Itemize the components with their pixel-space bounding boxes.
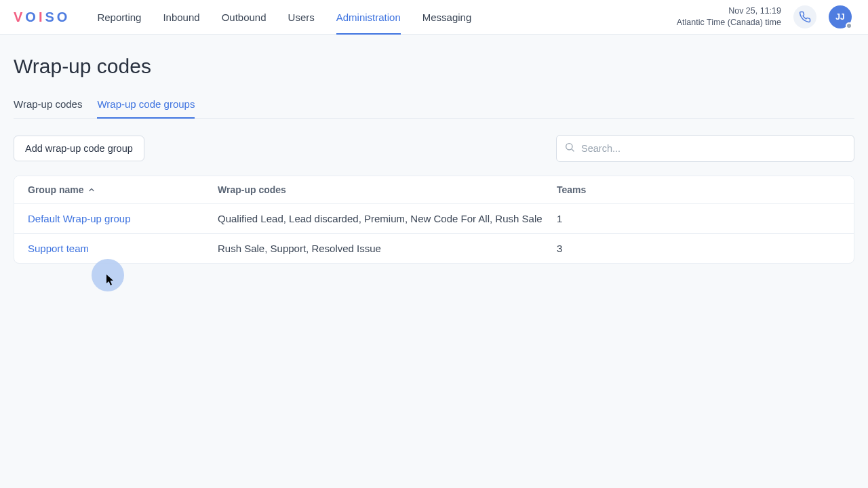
page-title: Wrap-up codes bbox=[14, 55, 854, 78]
phone-icon bbox=[799, 11, 811, 23]
cursor-highlight-icon bbox=[92, 259, 124, 291]
nav-reporting[interactable]: Reporting bbox=[97, 0, 141, 34]
col-header-group-name-label: Group name bbox=[28, 184, 83, 195]
add-wrapup-code-group-button[interactable]: Add wrap-up code group bbox=[14, 136, 144, 161]
nav-inbound[interactable]: Inbound bbox=[163, 0, 199, 34]
header-datetime: Nov 25, 11:19 Atlantic Time (Canada) tim… bbox=[677, 5, 781, 28]
dialer-button[interactable] bbox=[793, 5, 816, 28]
search-icon bbox=[564, 142, 575, 155]
nav-administration[interactable]: Administration bbox=[336, 0, 401, 34]
nav-users[interactable]: Users bbox=[288, 0, 315, 34]
wrapup-codes-cell: Rush Sale, Support, Resolved Issue bbox=[218, 243, 557, 254]
group-name-link[interactable]: Support team bbox=[28, 243, 218, 254]
table-row[interactable]: Support team Rush Sale, Support, Resolve… bbox=[14, 234, 854, 263]
wrapup-codes-cell: Qualified Lead, Lead discarded, Premium,… bbox=[218, 213, 557, 224]
avatar-initials: JJ bbox=[835, 12, 844, 22]
nav-outbound[interactable]: Outbound bbox=[222, 0, 267, 34]
header-tz: Atlantic Time (Canada) time bbox=[677, 17, 781, 28]
group-name-link[interactable]: Default Wrap-up group bbox=[28, 213, 218, 224]
col-header-group-name[interactable]: Group name bbox=[28, 184, 218, 195]
col-header-teams[interactable]: Teams bbox=[557, 184, 840, 195]
wrapup-groups-table: Group name Wrap-up codes Teams Default W… bbox=[14, 176, 854, 264]
table-row[interactable]: Default Wrap-up group Qualified Lead, Le… bbox=[14, 204, 854, 234]
status-dot-icon bbox=[846, 22, 852, 29]
svg-line-1 bbox=[572, 149, 574, 151]
nav-messaging[interactable]: Messaging bbox=[422, 0, 472, 34]
header-date: Nov 25, 11:19 bbox=[677, 5, 781, 17]
col-header-wrapup-codes[interactable]: Wrap-up codes bbox=[218, 184, 557, 195]
brand-logo[interactable]: VOISO bbox=[14, 9, 70, 25]
user-avatar[interactable]: JJ bbox=[829, 5, 852, 28]
teams-cell: 3 bbox=[557, 243, 840, 254]
search-input[interactable] bbox=[556, 135, 854, 162]
tab-wrapup-codes[interactable]: Wrap-up codes bbox=[14, 93, 82, 118]
sort-asc-icon bbox=[87, 186, 96, 194]
tab-wrapup-code-groups[interactable]: Wrap-up code groups bbox=[97, 93, 195, 118]
teams-cell: 1 bbox=[557, 213, 840, 224]
svg-point-0 bbox=[566, 144, 572, 150]
cursor-arrow-icon bbox=[106, 274, 115, 286]
